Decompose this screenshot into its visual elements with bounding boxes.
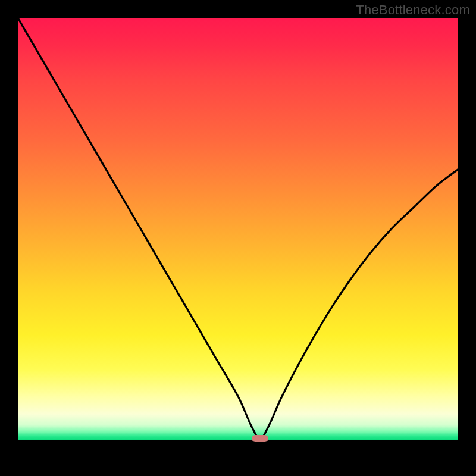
bottleneck-curve xyxy=(18,18,458,458)
optimal-point-marker xyxy=(252,435,268,442)
watermark-text: TheBottleneck.com xyxy=(356,2,470,18)
chart-frame: TheBottleneck.com xyxy=(0,0,476,476)
plot-area xyxy=(18,18,458,458)
